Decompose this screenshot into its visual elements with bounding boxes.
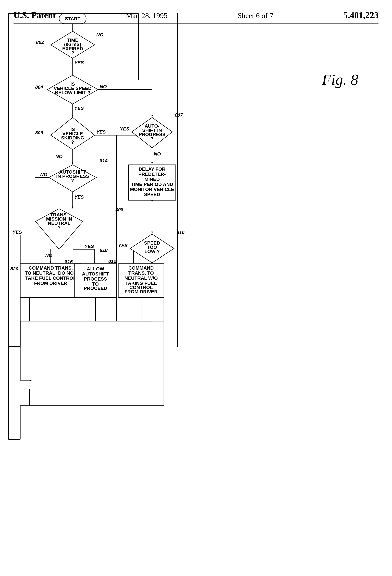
svg-text:AUTOSHIFT: AUTOSHIFT — [82, 271, 109, 277]
svg-text:802: 802 — [36, 40, 44, 45]
svg-text:YES: YES — [120, 126, 129, 132]
svg-text:PROCEED: PROCEED — [84, 286, 107, 291]
svg-text:806: 806 — [35, 130, 43, 135]
svg-text:MINED: MINED — [144, 177, 160, 182]
svg-text:YES: YES — [84, 244, 94, 249]
svg-text:YES: YES — [96, 129, 106, 135]
svg-text:NO: NO — [100, 84, 107, 89]
svg-text:BELOW LIMIT ?: BELOW LIMIT ? — [55, 90, 90, 95]
svg-text:814: 814 — [100, 158, 108, 163]
svg-marker-30 — [50, 261, 51, 264]
svg-text:TO NEUTRAL; DO NOT: TO NEUTRAL; DO NOT — [25, 270, 77, 276]
svg-text:NO: NO — [154, 151, 161, 156]
svg-marker-33 — [94, 261, 95, 264]
fig-label: Fig. 8 — [322, 71, 358, 88]
svg-text:YES: YES — [12, 230, 22, 235]
svg-text:?: ? — [71, 178, 74, 183]
svg-text:TRANS. TO: TRANS. TO — [128, 270, 154, 276]
svg-text:YES: YES — [118, 243, 128, 248]
patent-number: 5,401,223 — [343, 10, 378, 20]
svg-text:NO: NO — [56, 154, 62, 159]
svg-text:?: ? — [71, 50, 74, 56]
flowchart-diagram: START TIME (96 mS) EXPIRED ? 802 YES NO … — [0, 0, 237, 524]
header-sheet: Sheet 6 of 7 — [238, 11, 273, 20]
svg-text:START: START — [65, 16, 80, 21]
svg-text:820: 820 — [10, 266, 18, 271]
svg-text:NO: NO — [45, 253, 52, 258]
svg-marker-7 — [151, 115, 153, 117]
svg-text:NO: NO — [96, 32, 103, 37]
svg-marker-18 — [151, 200, 153, 203]
svg-text:812: 812 — [108, 259, 116, 264]
svg-marker-13 — [72, 162, 73, 165]
svg-marker-22 — [35, 177, 37, 178]
svg-text:FROM DRIVER: FROM DRIVER — [34, 281, 67, 286]
svg-text:?: ? — [58, 225, 60, 230]
svg-text:808: 808 — [115, 207, 123, 212]
svg-text:SPEED: SPEED — [144, 192, 160, 197]
svg-text:PROCESS: PROCESS — [84, 276, 107, 282]
svg-text:YES: YES — [74, 194, 84, 200]
page: U.S. Patent Mar. 28, 1995 Sheet 6 of 7 5… — [0, 0, 392, 576]
svg-text:YES: YES — [74, 60, 84, 65]
svg-text:?: ? — [151, 136, 153, 141]
svg-text:PREDETER-: PREDETER- — [138, 172, 166, 177]
svg-text:?: ? — [71, 140, 74, 145]
svg-text:818: 818 — [100, 248, 108, 253]
svg-text:LOW ?: LOW ? — [144, 249, 160, 254]
svg-text:ALLOW: ALLOW — [87, 266, 104, 271]
svg-text:NEUTRAL W/O: NEUTRAL W/O — [124, 276, 158, 281]
svg-text:YES: YES — [74, 106, 84, 111]
svg-marker-28 — [29, 380, 32, 381]
svg-marker-16 — [151, 162, 153, 165]
svg-text:807: 807 — [175, 112, 183, 118]
svg-text:COMMAND TRANS.: COMMAND TRANS. — [28, 265, 73, 271]
svg-text:COMMAND: COMMAND — [128, 265, 154, 271]
svg-text:DELAY FOR: DELAY FOR — [139, 167, 166, 172]
svg-text:TIME PERIOD AND: TIME PERIOD AND — [131, 182, 173, 187]
svg-text:816: 816 — [65, 259, 73, 264]
svg-marker-9 — [72, 115, 73, 117]
svg-text:TAKE FUEL CONTROL: TAKE FUEL CONTROL — [25, 276, 76, 281]
svg-text:810: 810 — [177, 230, 185, 235]
svg-text:FROM DRIVER: FROM DRIVER — [125, 289, 158, 294]
svg-text:804: 804 — [35, 85, 43, 90]
svg-marker-38 — [133, 261, 134, 264]
svg-text:NO: NO — [40, 172, 47, 177]
svg-marker-24 — [72, 206, 73, 209]
svg-marker-20 — [151, 231, 153, 234]
svg-text:MONITOR VEHICLE: MONITOR VEHICLE — [130, 187, 174, 192]
